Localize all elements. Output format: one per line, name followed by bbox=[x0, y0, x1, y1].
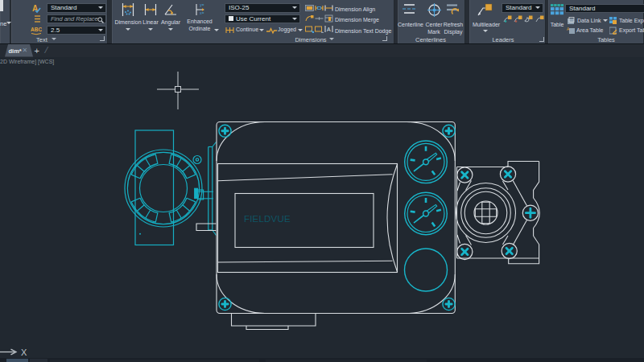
svg-text:A: A bbox=[327, 27, 331, 32]
svg-text:x=: x= bbox=[200, 11, 204, 15]
svg-text:2D Wireframe] [WCS]: 2D Wireframe] [WCS] bbox=[0, 59, 54, 65]
svg-text:X: X bbox=[21, 348, 27, 357]
svg-text:ABC: ABC bbox=[31, 27, 42, 32]
svg-text:y=: y= bbox=[200, 3, 204, 7]
svg-text:FIELDVUE: FIELDVUE bbox=[244, 214, 291, 224]
